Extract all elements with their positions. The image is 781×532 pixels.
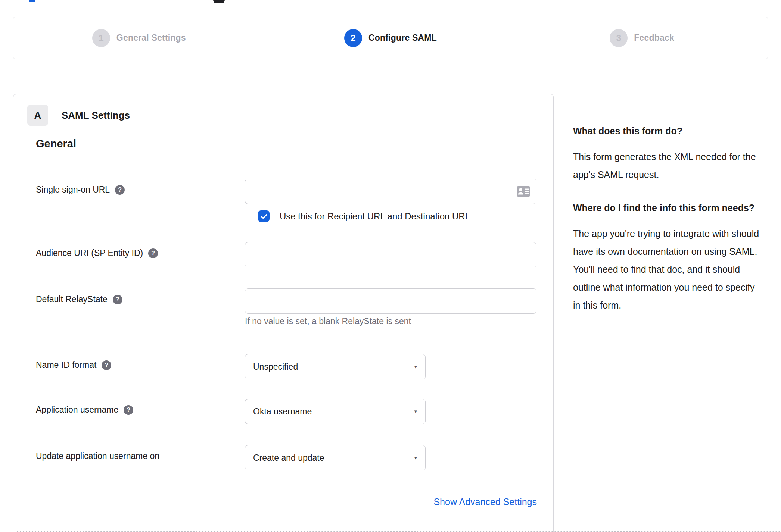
step-2-badge: 2	[344, 29, 362, 47]
help-heading-2: Where do I find the info this form needs…	[573, 200, 760, 216]
step-feedback[interactable]: 3 Feedback	[516, 17, 768, 59]
audience-uri-label: Audience URI (SP Entity ID)	[36, 248, 143, 258]
step-2-label: Configure SAML	[368, 33, 437, 43]
section-a-badge: A	[27, 105, 48, 126]
application-username-value: Okta username	[253, 407, 312, 417]
app-icon-fragment	[213, 0, 225, 3]
relaystate-hint: If no value is set, a blank RelayState i…	[245, 316, 411, 326]
sso-url-help-icon[interactable]: ?	[115, 185, 125, 195]
show-advanced-settings-link[interactable]: Show Advanced Settings	[245, 497, 537, 507]
update-app-username-label: Update application username on	[36, 451, 159, 461]
default-relaystate-input[interactable]	[245, 288, 536, 314]
update-app-username-value: Create and update	[253, 453, 324, 463]
application-username-label: Application username	[36, 405, 118, 415]
recipient-url-checkbox-label: Use this for Recipient URL and Destinati…	[280, 211, 470, 222]
saml-settings-panel: A SAML Settings General Single sign-on U…	[13, 94, 554, 532]
sso-url-input[interactable]	[245, 179, 536, 204]
help-body-2: The app you're trying to integrate with …	[573, 225, 760, 314]
name-id-format-label: Name ID format	[36, 360, 96, 370]
general-heading: General	[36, 138, 76, 150]
name-id-format-value: Unspecified	[253, 362, 298, 372]
contact-card-icon	[517, 186, 530, 197]
help-panel: What does this form do? This form genera…	[573, 123, 760, 314]
step-3-badge: 3	[610, 29, 628, 47]
step-configure-saml[interactable]: 2 Configure SAML	[265, 17, 516, 59]
default-relaystate-label: Default RelayState	[36, 294, 108, 304]
chevron-down-icon: ▾	[414, 454, 417, 461]
help-body-1: This form generates the XML needed for t…	[573, 148, 760, 184]
logo-fragment	[29, 0, 35, 2]
audience-uri-help-icon[interactable]: ?	[148, 248, 158, 258]
step-1-label: General Settings	[116, 33, 186, 43]
default-relaystate-help-icon[interactable]: ?	[113, 295, 122, 304]
name-id-format-help-icon[interactable]: ?	[102, 360, 111, 370]
sso-url-label: Single sign-on URL	[36, 185, 110, 195]
checkmark-icon	[260, 212, 268, 220]
step-1-badge: 1	[92, 29, 110, 47]
step-general-settings[interactable]: 1 General Settings	[13, 17, 265, 59]
step-3-label: Feedback	[634, 33, 674, 43]
update-app-username-select[interactable]: Create and update ▾	[245, 445, 426, 470]
name-id-format-select[interactable]: Unspecified ▾	[245, 354, 426, 379]
wizard-stepper: 1 General Settings 2 Configure SAML 3 Fe…	[13, 17, 768, 59]
recipient-url-checkbox[interactable]	[258, 210, 270, 222]
chevron-down-icon: ▾	[414, 363, 417, 370]
panel-title: SAML Settings	[62, 110, 130, 121]
chevron-down-icon: ▾	[414, 408, 417, 415]
audience-uri-input[interactable]	[245, 242, 536, 267]
application-username-help-icon[interactable]: ?	[124, 405, 133, 415]
bottom-dashed-divider	[17, 531, 781, 532]
application-username-select[interactable]: Okta username ▾	[245, 399, 426, 424]
help-heading-1: What does this form do?	[573, 123, 760, 139]
